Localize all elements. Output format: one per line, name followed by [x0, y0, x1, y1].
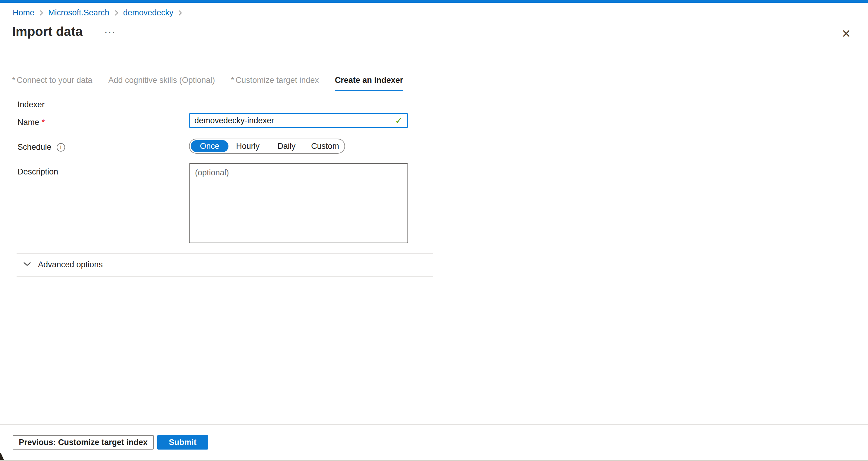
tab-customize-target-index[interactable]: * Customize target index — [231, 75, 319, 91]
divider — [17, 253, 433, 254]
more-actions-button[interactable]: … — [104, 23, 116, 35]
chevron-right-icon — [39, 9, 43, 17]
advanced-options-label: Advanced options — [38, 260, 103, 269]
tab-label: Connect to your data — [17, 75, 93, 85]
tab-label: Customize target index — [236, 75, 319, 85]
description-textarea[interactable] — [189, 163, 408, 243]
advanced-options-toggle[interactable]: Advanced options — [23, 259, 103, 270]
indexer-name-input[interactable] — [190, 116, 395, 125]
submit-button[interactable]: Submit — [157, 435, 208, 450]
required-asterisk: * — [12, 75, 16, 85]
tab-label: Add cognitive skills (Optional) — [108, 75, 215, 85]
schedule-option-daily[interactable]: Daily — [267, 142, 306, 151]
breadcrumb-link-home[interactable]: Home — [13, 8, 34, 18]
chevron-right-icon — [178, 9, 182, 17]
mouse-cursor-artifact — [0, 452, 4, 461]
tab-add-cognitive-skills[interactable]: Add cognitive skills (Optional) — [108, 75, 215, 91]
tab-create-an-indexer[interactable]: Create an indexer — [335, 75, 403, 91]
divider — [17, 276, 433, 277]
chevron-right-icon — [114, 9, 119, 17]
section-title-indexer: Indexer — [18, 100, 44, 110]
schedule-option-hourly[interactable]: Hourly — [228, 142, 267, 151]
info-icon[interactable]: i — [57, 143, 65, 152]
import-data-page: Home Microsoft.Search demovedecky Import… — [0, 0, 868, 461]
previous-step-button[interactable]: Previous: Customize target index — [13, 435, 154, 450]
tab-label: Create an indexer — [335, 75, 403, 85]
page-title: Import data — [12, 24, 83, 39]
chevron-down-icon — [23, 262, 31, 268]
schedule-choice-group: Once Hourly Daily Custom — [189, 139, 345, 154]
required-asterisk: * — [41, 118, 45, 127]
name-field-label: Name * — [18, 118, 45, 127]
wizard-tabs: * Connect to your data Add cognitive ski… — [12, 75, 403, 91]
schedule-option-once[interactable]: Once — [191, 140, 228, 152]
name-label-text: Name — [18, 118, 39, 127]
schedule-option-custom[interactable]: Custom — [306, 142, 344, 151]
description-field-label: Description — [18, 167, 58, 177]
close-icon[interactable]: ✕ — [838, 26, 854, 41]
valid-check-icon: ✓ — [395, 115, 403, 126]
required-asterisk: * — [231, 75, 234, 85]
portal-top-bar — [0, 0, 868, 3]
breadcrumb-link-service[interactable]: Microsoft.Search — [48, 8, 110, 18]
indexer-name-field: ✓ — [189, 113, 408, 128]
schedule-label-text: Schedule — [18, 143, 52, 152]
breadcrumb: Home Microsoft.Search demovedecky — [13, 8, 182, 18]
footer-divider — [0, 424, 868, 425]
schedule-field-label: Schedule i — [18, 143, 65, 152]
breadcrumb-link-resource[interactable]: demovedecky — [123, 8, 174, 18]
tab-connect-to-your-data[interactable]: * Connect to your data — [12, 75, 92, 91]
